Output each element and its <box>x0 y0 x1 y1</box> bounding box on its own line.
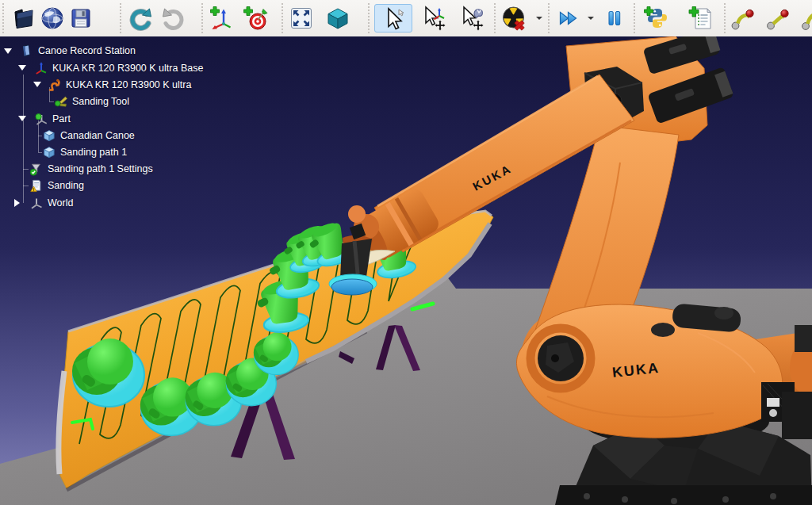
select-cursor-button[interactable] <box>374 4 412 33</box>
reference-frame-icon <box>34 61 48 75</box>
move-circular-icon <box>799 6 812 31</box>
add-program-button[interactable] <box>684 4 718 33</box>
tree-item-base-frame[interactable]: KUKA KR 120 R3900 K ultra Base <box>34 60 203 76</box>
expander-world[interactable] <box>14 199 20 207</box>
save-station-icon <box>68 6 94 31</box>
undo-icon <box>128 6 154 31</box>
toolbar-handle <box>2 3 4 33</box>
pause-simulation-icon <box>601 6 626 31</box>
pause-simulation-button[interactable] <box>599 4 628 33</box>
tree-item-label: Canadian Canoe <box>60 130 135 141</box>
tree-item-sanding-program[interactable]: Sanding <box>29 178 84 193</box>
tree-item-label: KUKA KR 120 R3900 K ultra Base <box>52 63 203 74</box>
fast-simulation-icon <box>555 6 580 31</box>
redo-icon <box>160 6 186 31</box>
tree-item-world[interactable]: World <box>29 195 73 211</box>
tree-item-label: Sanding <box>48 180 84 191</box>
main-toolbar <box>0 0 812 37</box>
save-station-button[interactable] <box>67 4 95 33</box>
open-station-button[interactable] <box>10 4 38 33</box>
move-linear-button[interactable] <box>763 4 791 33</box>
redo-button[interactable] <box>159 4 187 33</box>
tree-item-robot[interactable]: KUKA KR 120 R3900 K ultra <box>48 77 191 93</box>
tool-icon <box>54 94 68 109</box>
tree-item-label: Sanding path 1 <box>60 147 127 158</box>
move-joint-button[interactable] <box>727 4 756 33</box>
tree-item-part[interactable]: Part <box>34 111 71 127</box>
add-python-program-icon <box>643 6 670 31</box>
move-reference-icon <box>421 6 446 31</box>
isometric-view-button[interactable] <box>324 4 352 33</box>
machining-settings-icon <box>29 162 44 176</box>
add-target-icon <box>243 6 268 31</box>
expander-station[interactable] <box>4 48 12 54</box>
move-tool-icon <box>459 6 485 31</box>
move-circular-button[interactable] <box>798 4 812 33</box>
add-reference-frame-button[interactable] <box>208 4 236 33</box>
add-target-button[interactable] <box>241 4 270 33</box>
tree-item-label: Part <box>52 113 71 124</box>
check-collisions-button[interactable] <box>500 4 528 33</box>
tree-item-label: Sanding Tool <box>72 96 129 107</box>
open-station-icon <box>11 6 36 31</box>
tree-item-sanding-tool[interactable]: Sanding Tool <box>54 94 129 109</box>
robot-icon <box>48 78 62 92</box>
expander-base[interactable] <box>18 65 26 71</box>
part-frame-icon <box>34 112 48 126</box>
tree-item-label: World <box>48 197 73 209</box>
object-cube-icon <box>42 128 56 143</box>
add-python-button[interactable] <box>639 4 674 33</box>
sander-pad <box>331 279 373 295</box>
add-reference-frame-icon <box>209 6 235 31</box>
undo-button[interactable] <box>127 4 155 33</box>
fit-all-icon <box>289 6 314 31</box>
move-tool-button[interactable] <box>454 4 490 33</box>
object-cube-icon <box>42 145 56 159</box>
tree-item-path-settings[interactable]: Sanding path 1 Settings <box>29 161 153 177</box>
select-cursor-icon <box>381 6 406 31</box>
tree-item-label: Canoe Record Station <box>38 45 136 56</box>
tree-item-label: Sanding path 1 Settings <box>48 163 153 174</box>
move-joint-icon <box>729 6 754 31</box>
fast-simulation-dropdown[interactable] <box>588 17 594 23</box>
move-reference-button[interactable] <box>416 4 452 33</box>
fit-all-button[interactable] <box>287 4 316 33</box>
online-library-globe-icon <box>40 6 65 31</box>
expander-part[interactable] <box>18 116 26 121</box>
check-collisions-icon <box>501 6 527 31</box>
world-frame-icon <box>29 196 44 210</box>
tree-item-canoe[interactable]: Canadian Canoe <box>42 128 135 143</box>
move-linear-icon <box>764 6 790 31</box>
isometric-view-cube-icon <box>325 6 350 31</box>
online-library-button[interactable] <box>38 4 67 33</box>
fast-simulation-button[interactable] <box>553 4 582 33</box>
check-collisions-dropdown[interactable] <box>536 17 542 23</box>
expander-robot[interactable] <box>33 82 41 87</box>
tree-item-sanding-path[interactable]: Sanding path 1 <box>42 144 127 160</box>
program-warning-icon <box>29 178 44 193</box>
tree-item-station[interactable]: Canoe Record Station <box>20 43 136 59</box>
station-icon <box>20 44 34 58</box>
add-program-icon <box>688 6 714 31</box>
tree-item-label: KUKA KR 120 R3900 K ultra <box>66 79 191 90</box>
